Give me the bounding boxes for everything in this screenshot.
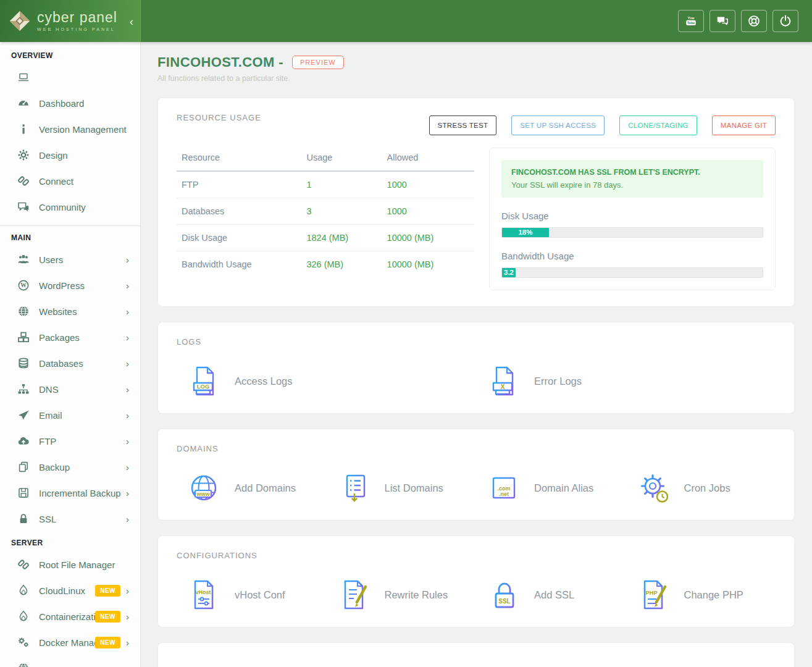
tile-label: List Domains bbox=[385, 482, 443, 494]
page-title: FINCOHOST.COM - bbox=[157, 54, 283, 70]
support-icon bbox=[747, 14, 761, 28]
resource-usage-title: RESOURCE USAGE bbox=[177, 113, 261, 122]
sidebar-item-label: Backup bbox=[39, 462, 126, 472]
dashboard-icon bbox=[17, 97, 30, 109]
configurations-card: CONFIGURATIONS vHost vHost Conf bbox=[157, 535, 795, 627]
column-header-allowed: Allowed bbox=[382, 148, 474, 171]
manage-git-button[interactable]: MANAGE GIT bbox=[712, 115, 776, 135]
laptop-icon bbox=[17, 71, 30, 83]
sidebar-item-docker-manager[interactable]: Docker Manager NEW › bbox=[0, 629, 140, 655]
brand: cyber panel WEB HOSTING PANEL ‹ bbox=[0, 0, 141, 42]
chevron-right-icon: › bbox=[126, 410, 129, 421]
sidebar-item-label: Community bbox=[39, 202, 129, 212]
sidebar-item-databases[interactable]: Databases › bbox=[0, 350, 140, 376]
sidebar-item-root-file-manager[interactable]: Root File Manager bbox=[0, 552, 140, 577]
chevron-right-icon: › bbox=[126, 254, 129, 265]
info-icon bbox=[17, 123, 30, 135]
support-button[interactable] bbox=[741, 10, 767, 32]
logout-button[interactable] bbox=[772, 10, 798, 32]
svg-text:.com: .com bbox=[497, 485, 510, 492]
tile-label: Add SSL bbox=[534, 589, 574, 601]
chevron-right-icon: › bbox=[126, 384, 129, 395]
resource-allowed-value: 10000 (MB) bbox=[382, 225, 474, 251]
users-icon bbox=[17, 253, 30, 266]
add-domains-item[interactable]: www Add Domains bbox=[177, 472, 327, 504]
brand-title: cyber panel bbox=[37, 10, 117, 25]
sidebar-item-label: Version Management bbox=[39, 124, 129, 135]
new-badge: NEW bbox=[95, 637, 120, 648]
error-logs-item[interactable]: X Error Logs bbox=[476, 365, 776, 397]
list-domains-icon bbox=[339, 472, 371, 504]
sidebar-item-community[interactable]: Community bbox=[0, 194, 140, 220]
sidebar-item-label: Email bbox=[39, 410, 126, 421]
setup-ssh-access-button[interactable]: SET UP SSH ACCESS bbox=[511, 115, 605, 135]
sidebar-item-websites[interactable]: Websites › bbox=[0, 298, 140, 324]
sidebar-item-ssl[interactable]: SSL › bbox=[0, 506, 140, 532]
sidebar-item-label: FTP bbox=[39, 436, 126, 447]
sidebar-item-design[interactable]: Design bbox=[0, 142, 140, 168]
sidebar-item-users[interactable]: Users › bbox=[0, 246, 140, 272]
sidebar-item-cloudlinux[interactable]: CloudLinux NEW › bbox=[0, 577, 140, 603]
sidebar-item-email[interactable]: Email › bbox=[0, 402, 140, 428]
sidebar-item-ftp[interactable]: FTP › bbox=[0, 428, 140, 454]
change-php-item[interactable]: PHP Change PHP bbox=[626, 579, 776, 611]
sidebar-item-packages[interactable]: Packages › bbox=[0, 324, 140, 350]
sidebar-item-partial[interactable] bbox=[0, 655, 140, 667]
brand-text: cyber panel WEB HOSTING PANEL bbox=[37, 10, 117, 31]
link-icon bbox=[17, 175, 30, 187]
partial-card bbox=[157, 642, 795, 667]
sidebar-item-label: Websites bbox=[39, 306, 126, 317]
database-icon bbox=[17, 357, 30, 369]
sidebar-item-label: Packages bbox=[39, 332, 126, 343]
access-logs-item[interactable]: LOG Access Logs bbox=[177, 365, 476, 397]
sidebar-item-incremental-backup[interactable]: Incremental Backup › bbox=[0, 480, 140, 506]
youtube-button[interactable] bbox=[678, 10, 704, 32]
preview-button[interactable]: PREVIEW bbox=[292, 56, 344, 69]
sidebar-item-home[interactable] bbox=[0, 64, 140, 90]
configurations-title: CONFIGURATIONS bbox=[177, 551, 776, 560]
globe-icon bbox=[17, 305, 30, 317]
sidebar-item-dns[interactable]: DNS › bbox=[0, 376, 140, 402]
ssl-notice-title: FINCOHOST.COM HAS SSL FROM LET'S ENCRYPT… bbox=[511, 168, 753, 177]
link-icon bbox=[17, 558, 30, 571]
svg-text:X: X bbox=[500, 383, 504, 390]
sidebar-item-label: WordPress bbox=[39, 280, 126, 291]
vhost-conf-icon: vHost bbox=[189, 579, 221, 611]
domain-alias-item[interactable]: .com .net Domain Alias bbox=[476, 472, 626, 504]
lock-icon bbox=[17, 513, 30, 525]
cron-jobs-icon bbox=[638, 472, 671, 504]
sidebar-item-version-management[interactable]: Version Management bbox=[0, 116, 140, 142]
disk-usage-fill: 18% bbox=[502, 228, 549, 237]
sidebar-divider bbox=[0, 225, 140, 226]
clone-staging-button[interactable]: CLONE/STAGING bbox=[619, 115, 697, 135]
stats-panel: FINCOHOST.COM HAS SSL FROM LET'S ENCRYPT… bbox=[489, 148, 776, 290]
bandwidth-usage-label: Bandwidth Usage bbox=[501, 251, 763, 261]
paper-plane-icon bbox=[17, 409, 30, 421]
resource-allowed-value: 1000 bbox=[382, 198, 474, 225]
vhost-conf-item[interactable]: vHost vHost Conf bbox=[177, 579, 327, 611]
logs-title: LOGS bbox=[177, 337, 776, 346]
resource-usage-card: RESOURCE USAGE STRESS TEST SET UP SSH AC… bbox=[157, 98, 795, 307]
stress-test-button[interactable]: STRESS TEST bbox=[429, 115, 497, 135]
logs-card: LOGS LOG Access Logs X bbox=[157, 322, 795, 414]
cloud-upload-icon bbox=[17, 435, 30, 447]
svg-text:LOG: LOG bbox=[197, 383, 210, 390]
sidebar-item-connect[interactable]: Connect bbox=[0, 168, 140, 194]
list-domains-item[interactable]: List Domains bbox=[327, 472, 477, 504]
brand-subtitle: WEB HOSTING PANEL bbox=[37, 27, 117, 31]
sidebar-item-backup[interactable]: Backup › bbox=[0, 454, 140, 480]
disk-usage-progressbar: 18% bbox=[501, 227, 763, 238]
sidebar-item-label: Containerization bbox=[39, 611, 95, 622]
ssl-notice-body: Your SSL will expire in 78 days. bbox=[511, 180, 753, 190]
sidebar-item-containerization[interactable]: Containerization NEW › bbox=[0, 603, 140, 629]
sidebar-item-label: CloudLinux bbox=[39, 585, 95, 596]
chat-button[interactable] bbox=[709, 10, 735, 32]
sidebar-collapse-icon[interactable]: ‹ bbox=[130, 15, 133, 27]
add-ssl-item[interactable]: SSL Add SSL bbox=[476, 579, 626, 611]
sidebar-item-dashboard[interactable]: Dashboard bbox=[0, 90, 140, 116]
page-subtitle: All functions related to a particular si… bbox=[157, 74, 795, 83]
chevron-right-icon: › bbox=[126, 358, 129, 369]
cron-jobs-item[interactable]: Cron Jobs bbox=[626, 472, 776, 504]
rewrite-rules-item[interactable]: Rewrite Rules bbox=[327, 579, 477, 611]
sidebar-item-wordpress[interactable]: WordPress › bbox=[0, 272, 140, 298]
